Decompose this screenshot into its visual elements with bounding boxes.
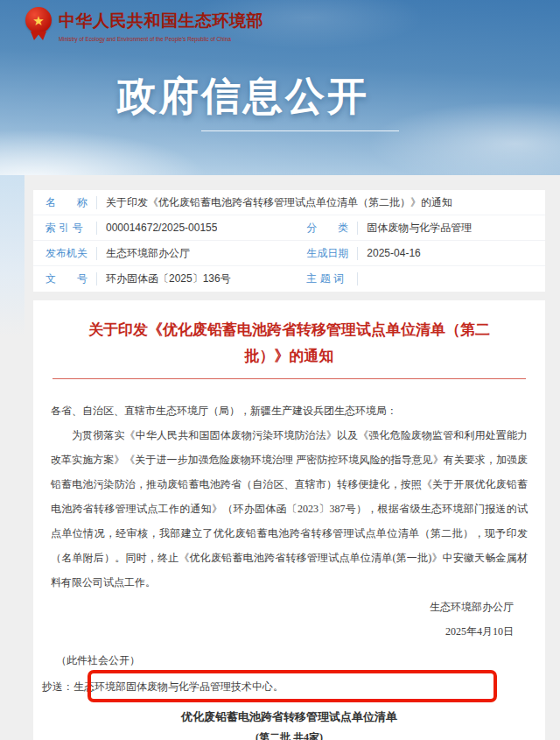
attachment-title: 优化废铅蓄电池跨省转移管理试点单位清单 bbox=[51, 709, 528, 725]
red-highlight-box bbox=[88, 670, 497, 702]
meta-separator bbox=[96, 272, 97, 285]
document-meta-card: 名 称 关于印发《优化废铅蓄电池跨省转移管理试点单位清单（第二批）》的通知 索 … bbox=[33, 190, 545, 292]
meta-separator bbox=[357, 247, 358, 260]
meta-cell-date: 生成日期 2025-04-16 bbox=[294, 246, 545, 261]
body-paragraph: 为贯彻落实《中华人民共和国固体废物污染环境防治法》以及《强化危险废物监管和利用处… bbox=[51, 423, 528, 595]
title-underline bbox=[201, 130, 399, 131]
document-card: 关于印发《优化废铅蓄电池跨省转移管理试点单位清单（第二批）》的通知 各省、自治区… bbox=[33, 300, 545, 740]
meta-separator bbox=[96, 222, 97, 235]
sign-date: 2025年4月10日 bbox=[51, 619, 514, 644]
meta-value-docnum: 环办固体函〔2025〕136号 bbox=[106, 271, 231, 286]
salutation-line: 各省、自治区、直辖市生态环境厅（局），新疆生产建设兵团生态环境局： bbox=[51, 398, 528, 423]
meta-cell-subject: 主 题 词 bbox=[294, 271, 545, 286]
meta-cell-docnum: 文 号 环办固体函〔2025〕136号 bbox=[33, 271, 294, 286]
meta-separator bbox=[357, 222, 358, 235]
meta-cell-index: 索 引 号 000014672/2025-00155 bbox=[33, 221, 294, 236]
attachment-subtitle: (第二批 共4家) bbox=[51, 730, 528, 740]
page: ★ 中华人民共和国生态环境部 Ministry of Ecology and E… bbox=[0, 0, 560, 740]
ministry-identity: 中华人民共和国生态环境部 Ministry of Ecology and Env… bbox=[59, 10, 263, 42]
meta-separator bbox=[96, 196, 97, 209]
meta-row-agency: 发布机关 生态环境部办公厅 生成日期 2025-04-16 bbox=[33, 241, 545, 266]
meta-cell-name: 名 称 关于印发《优化废铅蓄电池跨省转移管理试点单位清单（第二批）》的通知 bbox=[33, 195, 545, 210]
document-content: 关于印发《优化废铅蓄电池跨省转移管理试点单位清单（第二批）》的通知 各省、自治区… bbox=[33, 317, 545, 740]
document-title: 关于印发《优化废铅蓄电池跨省转移管理试点单位清单（第二批）》的通知 bbox=[75, 317, 503, 370]
meta-value-date: 2025-04-16 bbox=[367, 247, 420, 259]
meta-label-docnum: 文 号 bbox=[46, 271, 89, 286]
meta-label-index: 索 引 号 bbox=[46, 221, 89, 236]
meta-separator bbox=[357, 272, 358, 285]
page-title: 政府信息公开 bbox=[0, 70, 486, 123]
meta-value-name: 关于印发《优化废铅蓄电池跨省转移管理试点单位清单（第二批）》的通知 bbox=[106, 195, 452, 210]
ministry-name-en: Ministry of Ecology and Environment of t… bbox=[59, 36, 243, 42]
meta-value-category: 固体废物与化学品管理 bbox=[367, 221, 472, 236]
emblem-star-icon: ★ bbox=[32, 14, 44, 27]
header-banner: ★ 中华人民共和国生态环境部 Ministry of Ecology and E… bbox=[0, 0, 560, 175]
national-emblem-icon: ★ bbox=[25, 7, 52, 33]
emblem-ribbon-icon bbox=[31, 32, 46, 40]
banner-left-extension bbox=[0, 175, 24, 337]
meta-label-category: 分 类 bbox=[306, 221, 350, 236]
meta-label-subject: 主 题 词 bbox=[306, 271, 350, 286]
title-divider bbox=[52, 378, 526, 379]
ministry-name-cn: 中华人民共和国生态环境部 bbox=[59, 10, 263, 32]
meta-cell-category: 分 类 固体废物与化学品管理 bbox=[294, 221, 545, 236]
meta-cell-agency: 发布机关 生态环境部办公厅 bbox=[33, 246, 294, 261]
meta-row-docnum: 文 号 环办固体函〔2025〕136号 主 题 词 bbox=[33, 266, 545, 292]
meta-label-name: 名 称 bbox=[46, 195, 89, 210]
meta-row-name: 名 称 关于印发《优化废铅蓄电池跨省转移管理试点单位清单（第二批）》的通知 bbox=[33, 190, 545, 215]
meta-separator bbox=[96, 247, 97, 260]
meta-label-date: 生成日期 bbox=[306, 246, 350, 261]
meta-value-agency: 生态环境部办公厅 bbox=[106, 246, 190, 261]
meta-row-index: 索 引 号 000014672/2025-00155 分 类 固体废物与化学品管… bbox=[33, 215, 545, 241]
signer-name: 生态环境部办公厅 bbox=[51, 595, 514, 619]
public-disclosure-note: （此件社会公开） bbox=[51, 648, 528, 673]
meta-label-agency: 发布机关 bbox=[46, 246, 89, 261]
meta-value-index: 000014672/2025-00155 bbox=[106, 222, 217, 234]
